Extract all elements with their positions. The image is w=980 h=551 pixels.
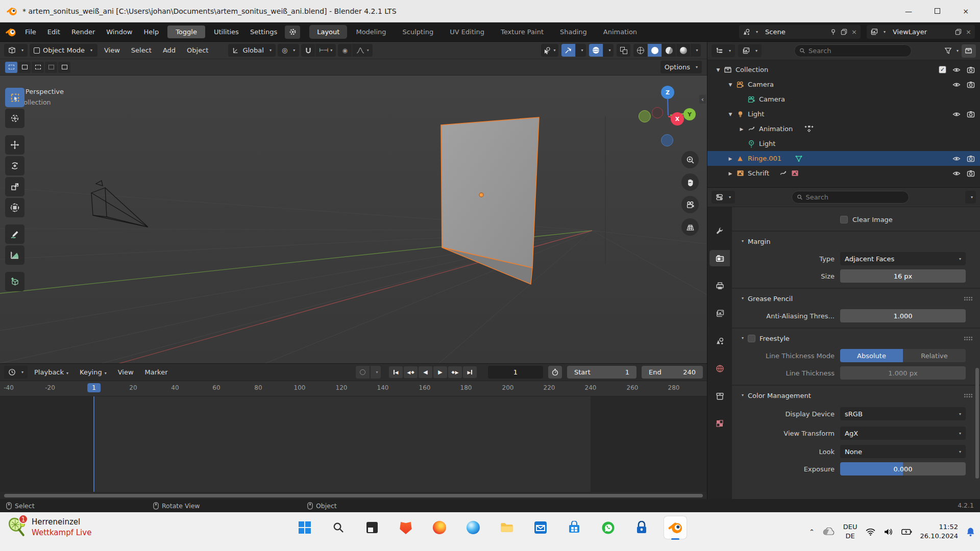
chevron-down-icon[interactable]: ▼ — [714, 67, 723, 72]
tab-view-layer[interactable] — [709, 305, 730, 321]
timeline-ruler[interactable]: -40 -20 20 40 60 80 100 120 140 160 180 … — [0, 381, 707, 396]
auto-keying-dropdown[interactable]: ▾ — [371, 366, 381, 379]
pan-button[interactable] — [681, 173, 699, 191]
language-indicator[interactable]: DEU DE — [843, 522, 857, 540]
properties-search-input[interactable] — [805, 193, 903, 201]
editor-type-button[interactable]: ▾ — [4, 44, 28, 57]
orientation-dropdown[interactable]: Global ▾ — [228, 44, 276, 57]
outliner-row-animation[interactable]: ▶ Animation — [707, 121, 980, 136]
axis-x-handle[interactable]: X — [671, 112, 684, 126]
menu-view-timeline[interactable]: View — [113, 367, 138, 378]
look-dropdown[interactable]: None▾ — [840, 445, 966, 458]
use-preview-range-button[interactable] — [548, 366, 562, 379]
tray-chevron-up-icon[interactable]: ⌃ — [809, 528, 815, 536]
camera-visibility-icon[interactable] — [967, 81, 975, 89]
tab-animation[interactable]: Animation — [596, 25, 645, 39]
display-mode-button[interactable]: ▾ — [738, 44, 762, 57]
menu-help[interactable]: Help — [138, 26, 165, 38]
freestyle-checkbox[interactable] — [748, 335, 755, 342]
color-management-header[interactable]: ▾ Color Management — [732, 387, 980, 404]
menu-view[interactable]: View — [100, 45, 125, 56]
select-mode-intersect[interactable] — [58, 62, 70, 73]
camera-view-button[interactable] — [681, 196, 699, 213]
gizmos-toggle[interactable] — [561, 44, 575, 57]
shading-solid-button[interactable] — [648, 44, 662, 57]
properties-editor-type-button[interactable]: ▾ — [712, 191, 735, 204]
jump-to-start-button[interactable]: ◀ — [389, 366, 403, 378]
toggle-button[interactable]: Toggle — [167, 26, 205, 38]
prev-keyframe-button[interactable]: ◀◆ — [404, 366, 418, 378]
tool-transform[interactable] — [5, 198, 24, 217]
outliner-row-camera-data[interactable]: Camera — [707, 92, 980, 107]
snap-settings-dropdown[interactable]: ⊢⊣ ▾ — [315, 44, 336, 57]
file-explorer[interactable] — [496, 516, 518, 539]
wifi-icon[interactable] — [866, 528, 875, 536]
menu-edit[interactable]: Edit — [42, 26, 66, 38]
shading-dropdown[interactable]: ▾ — [691, 44, 701, 57]
properties-scrollbar[interactable] — [975, 368, 979, 479]
drag-grip-icon[interactable] — [964, 336, 973, 341]
new-coll ection-button[interactable] — [962, 44, 976, 58]
outliner-search[interactable] — [794, 44, 912, 57]
menu-select[interactable]: Select — [127, 45, 156, 56]
outliner-editor-type-button[interactable]: ▾ — [712, 44, 735, 57]
blender-app-active[interactable] — [664, 516, 687, 539]
chevron-down-icon[interactable]: ▼ — [726, 82, 735, 87]
whatsapp[interactable] — [597, 516, 619, 539]
collection-checkbox[interactable]: ✓ — [939, 66, 946, 73]
firefox-browser[interactable] — [428, 516, 451, 539]
menu-marker[interactable]: Marker — [140, 367, 173, 378]
chevron-right-icon[interactable]: ▶ — [737, 127, 746, 132]
menu-render[interactable]: Render — [66, 26, 101, 38]
auto-keying-toggle[interactable] — [356, 366, 370, 379]
next-keyframe-button[interactable]: ◆▶ — [448, 366, 462, 378]
grease-pencil-header[interactable]: ▾ Grease Pencil — [732, 290, 980, 307]
jump-to-end-button[interactable]: ▶ — [463, 366, 477, 378]
viewport-canvas[interactable]: User Perspective (1) Collection — [0, 76, 707, 363]
xray-toggle[interactable] — [617, 44, 630, 57]
margin-type-dropdown[interactable]: Adjacent Faces▾ — [840, 252, 966, 265]
drag-grip-icon[interactable] — [964, 296, 973, 301]
line-thickness-field[interactable]: 1.000 px — [840, 366, 966, 380]
axis-y-neg-handle[interactable] — [639, 110, 651, 122]
tool-scale[interactable] — [5, 177, 24, 196]
play-reverse-button[interactable]: ◀ — [419, 366, 432, 378]
clear-image-checkbox[interactable] — [840, 216, 848, 223]
notifications-bell-icon[interactable] — [966, 527, 975, 537]
axis-y-handle[interactable]: Y — [683, 108, 696, 120]
news-widget[interactable]: 1 Herreneinzel Wettkampf Live — [7, 517, 91, 537]
freestyle-header[interactable]: ▾ Freestyle — [732, 330, 980, 347]
exposure-slider[interactable]: 0.000 — [840, 462, 966, 475]
tab-layout[interactable]: Layout — [309, 25, 347, 39]
sidebar-toggle[interactable]: ‹ — [699, 95, 706, 104]
outliner-row-schrift[interactable]: ▶ Schrift — [707, 166, 980, 181]
properties-options-dropdown[interactable]: ▾ — [965, 191, 976, 204]
play-button[interactable]: ▶ — [433, 366, 447, 378]
outliner-row-light-data[interactable]: Light — [707, 136, 980, 151]
timeline-body[interactable] — [0, 396, 707, 492]
select-mode-invert[interactable] — [45, 62, 57, 73]
drag-grip-icon[interactable] — [964, 393, 973, 398]
menu-window[interactable]: Window — [101, 26, 138, 38]
tab-uv-editing[interactable]: UV Editing — [442, 25, 492, 39]
eye-icon[interactable] — [952, 169, 961, 178]
onedrive-cloud-icon[interactable] — [823, 528, 835, 536]
aa-threshold-field[interactable]: 1.000 — [840, 309, 966, 322]
maximize-button[interactable] — [923, 0, 951, 22]
menu-utilities[interactable]: Utilities — [208, 26, 244, 38]
eye-icon[interactable] — [952, 66, 961, 74]
chevron-right-icon[interactable]: ▶ — [726, 171, 735, 176]
tab-shading[interactable]: Shading — [552, 25, 595, 39]
outliner-search-input[interactable] — [808, 47, 906, 55]
duplicate-icon[interactable] — [841, 29, 847, 35]
authenticator-app[interactable] — [630, 516, 653, 539]
shading-material-button[interactable] — [662, 44, 676, 57]
tab-tool[interactable] — [709, 222, 730, 239]
tab-collection[interactable] — [709, 388, 730, 404]
proportional-editing-toggle[interactable]: ◉ — [338, 44, 352, 57]
tab-world[interactable] — [709, 360, 730, 377]
axis-z-handle[interactable]: Z — [661, 86, 674, 99]
minimize-button[interactable]: — — [894, 0, 923, 22]
pivot-dropdown[interactable]: ◎ ▾ — [278, 44, 299, 57]
close-button[interactable]: × — [951, 0, 980, 22]
